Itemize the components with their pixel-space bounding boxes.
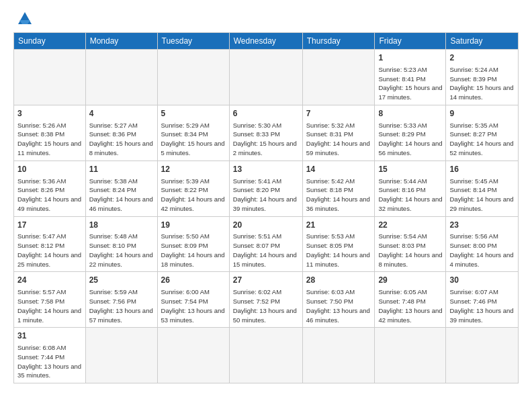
day-number: 22 [378, 220, 442, 231]
day-info: Sunrise: 5:26 AM Sunset: 8:38 PM Dayligh… [17, 121, 82, 158]
calendar-cell [229, 328, 302, 383]
day-number: 12 [161, 164, 226, 175]
day-info: Sunrise: 6:05 AM Sunset: 7:48 PM Dayligh… [378, 287, 442, 324]
day-number: 30 [449, 275, 515, 286]
calendar-cell: 3Sunrise: 5:26 AM Sunset: 8:38 PM Daylig… [14, 105, 86, 161]
day-number: 19 [161, 220, 226, 231]
day-info: Sunrise: 5:50 AM Sunset: 8:09 PM Dayligh… [161, 232, 226, 269]
calendar-week-row: 10Sunrise: 5:36 AM Sunset: 8:26 PM Dayli… [14, 161, 519, 216]
day-info: Sunrise: 5:30 AM Sunset: 8:33 PM Dayligh… [233, 121, 299, 158]
logo-icon [15, 11, 34, 27]
col-header-monday: Monday [85, 33, 157, 50]
calendar-table: SundayMondayTuesdayWednesdayThursdayFrid… [13, 32, 519, 383]
day-info: Sunrise: 5:53 AM Sunset: 8:05 PM Dayligh… [306, 232, 371, 269]
day-number: 13 [233, 164, 299, 175]
calendar-cell: 8Sunrise: 5:33 AM Sunset: 8:29 PM Daylig… [375, 105, 446, 161]
day-number: 2 [449, 52, 515, 64]
day-number: 27 [233, 275, 299, 286]
day-info: Sunrise: 5:56 AM Sunset: 8:00 PM Dayligh… [449, 232, 515, 269]
calendar-cell: 10Sunrise: 5:36 AM Sunset: 8:26 PM Dayli… [14, 161, 86, 216]
calendar-week-row: 3Sunrise: 5:26 AM Sunset: 8:38 PM Daylig… [14, 105, 519, 161]
calendar-cell: 15Sunrise: 5:44 AM Sunset: 8:16 PM Dayli… [375, 161, 446, 216]
col-header-thursday: Thursday [302, 33, 375, 50]
calendar-cell: 13Sunrise: 5:41 AM Sunset: 8:20 PM Dayli… [229, 161, 302, 216]
calendar-cell [14, 50, 86, 105]
day-info: Sunrise: 5:36 AM Sunset: 8:26 PM Dayligh… [17, 177, 82, 214]
day-info: Sunrise: 5:51 AM Sunset: 8:07 PM Dayligh… [233, 232, 299, 269]
day-number: 24 [17, 275, 82, 286]
day-info: Sunrise: 5:24 AM Sunset: 8:39 PM Dayligh… [449, 65, 515, 102]
day-number: 4 [89, 108, 154, 120]
logo [13, 11, 34, 27]
calendar-cell: 29Sunrise: 6:05 AM Sunset: 7:48 PM Dayli… [375, 272, 446, 328]
calendar-cell: 9Sunrise: 5:35 AM Sunset: 8:27 PM Daylig… [446, 105, 519, 161]
day-number: 1 [378, 52, 442, 64]
page-header [13, 11, 519, 27]
day-info: Sunrise: 5:57 AM Sunset: 7:58 PM Dayligh… [17, 287, 82, 324]
day-info: Sunrise: 6:07 AM Sunset: 7:46 PM Dayligh… [449, 287, 515, 324]
day-number: 28 [306, 275, 371, 286]
calendar-cell: 30Sunrise: 6:07 AM Sunset: 7:46 PM Dayli… [446, 272, 519, 328]
calendar-cell: 28Sunrise: 6:03 AM Sunset: 7:50 PM Dayli… [302, 272, 375, 328]
day-number: 29 [378, 275, 442, 286]
calendar-header-row: SundayMondayTuesdayWednesdayThursdayFrid… [14, 33, 519, 50]
calendar-cell: 31Sunrise: 6:08 AM Sunset: 7:44 PM Dayli… [14, 328, 86, 383]
col-header-saturday: Saturday [446, 33, 519, 50]
day-info: Sunrise: 5:41 AM Sunset: 8:20 PM Dayligh… [233, 177, 299, 214]
day-number: 7 [306, 108, 371, 120]
day-number: 8 [378, 108, 442, 120]
calendar-cell: 5Sunrise: 5:29 AM Sunset: 8:34 PM Daylig… [157, 105, 229, 161]
calendar-cell: 20Sunrise: 5:51 AM Sunset: 8:07 PM Dayli… [229, 216, 302, 272]
calendar-cell: 26Sunrise: 6:00 AM Sunset: 7:54 PM Dayli… [157, 272, 229, 328]
day-number: 11 [89, 164, 154, 175]
day-info: Sunrise: 6:02 AM Sunset: 7:52 PM Dayligh… [233, 287, 299, 324]
day-info: Sunrise: 5:54 AM Sunset: 8:03 PM Dayligh… [378, 232, 442, 269]
calendar-cell: 17Sunrise: 5:47 AM Sunset: 8:12 PM Dayli… [14, 216, 86, 272]
day-info: Sunrise: 5:44 AM Sunset: 8:16 PM Dayligh… [378, 177, 442, 214]
calendar-week-row: 24Sunrise: 5:57 AM Sunset: 7:58 PM Dayli… [14, 272, 519, 328]
calendar-cell [446, 328, 519, 383]
day-number: 23 [449, 220, 515, 231]
day-info: Sunrise: 5:23 AM Sunset: 8:41 PM Dayligh… [378, 65, 442, 102]
calendar-week-row: 31Sunrise: 6:08 AM Sunset: 7:44 PM Dayli… [14, 328, 519, 383]
calendar-cell [157, 328, 229, 383]
calendar-cell: 16Sunrise: 5:45 AM Sunset: 8:14 PM Dayli… [446, 161, 519, 216]
day-number: 16 [449, 164, 515, 175]
day-info: Sunrise: 5:45 AM Sunset: 8:14 PM Dayligh… [449, 177, 515, 214]
col-header-friday: Friday [375, 33, 446, 50]
day-info: Sunrise: 6:00 AM Sunset: 7:54 PM Dayligh… [161, 287, 226, 324]
calendar-cell: 4Sunrise: 5:27 AM Sunset: 8:36 PM Daylig… [85, 105, 157, 161]
calendar-cell: 6Sunrise: 5:30 AM Sunset: 8:33 PM Daylig… [229, 105, 302, 161]
day-number: 17 [17, 220, 82, 231]
calendar-week-row: 17Sunrise: 5:47 AM Sunset: 8:12 PM Dayli… [14, 216, 519, 272]
day-number: 3 [17, 108, 82, 120]
day-info: Sunrise: 6:08 AM Sunset: 7:44 PM Dayligh… [17, 343, 82, 380]
calendar-cell: 2Sunrise: 5:24 AM Sunset: 8:39 PM Daylig… [446, 50, 519, 105]
calendar-cell: 14Sunrise: 5:42 AM Sunset: 8:18 PM Dayli… [302, 161, 375, 216]
day-info: Sunrise: 5:32 AM Sunset: 8:31 PM Dayligh… [306, 121, 371, 158]
day-number: 5 [161, 108, 226, 120]
calendar-cell [302, 50, 375, 105]
day-info: Sunrise: 5:59 AM Sunset: 7:56 PM Dayligh… [89, 287, 154, 324]
calendar-cell [85, 50, 157, 105]
day-number: 10 [17, 164, 82, 175]
calendar-cell: 11Sunrise: 5:38 AM Sunset: 8:24 PM Dayli… [85, 161, 157, 216]
calendar-cell: 22Sunrise: 5:54 AM Sunset: 8:03 PM Dayli… [375, 216, 446, 272]
day-info: Sunrise: 5:35 AM Sunset: 8:27 PM Dayligh… [449, 121, 515, 158]
day-info: Sunrise: 5:39 AM Sunset: 8:22 PM Dayligh… [161, 177, 226, 214]
day-number: 21 [306, 220, 371, 231]
day-info: Sunrise: 5:29 AM Sunset: 8:34 PM Dayligh… [161, 121, 226, 158]
calendar-cell: 1Sunrise: 5:23 AM Sunset: 8:41 PM Daylig… [375, 50, 446, 105]
calendar-week-row: 1Sunrise: 5:23 AM Sunset: 8:41 PM Daylig… [14, 50, 519, 105]
calendar-cell: 25Sunrise: 5:59 AM Sunset: 7:56 PM Dayli… [85, 272, 157, 328]
day-number: 15 [378, 164, 442, 175]
day-number: 20 [233, 220, 299, 231]
day-number: 25 [89, 275, 154, 286]
day-number: 14 [306, 164, 371, 175]
day-info: Sunrise: 6:03 AM Sunset: 7:50 PM Dayligh… [306, 287, 371, 324]
calendar-cell: 27Sunrise: 6:02 AM Sunset: 7:52 PM Dayli… [229, 272, 302, 328]
calendar-cell: 21Sunrise: 5:53 AM Sunset: 8:05 PM Dayli… [302, 216, 375, 272]
calendar-cell: 23Sunrise: 5:56 AM Sunset: 8:00 PM Dayli… [446, 216, 519, 272]
day-info: Sunrise: 5:47 AM Sunset: 8:12 PM Dayligh… [17, 232, 82, 269]
day-info: Sunrise: 5:42 AM Sunset: 8:18 PM Dayligh… [306, 177, 371, 214]
